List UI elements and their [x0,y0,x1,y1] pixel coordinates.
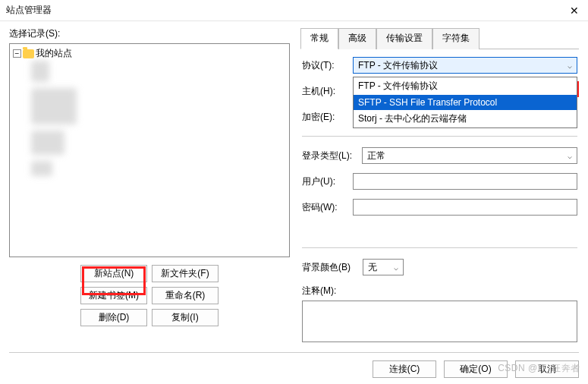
tab-bar: 常规 高级 传输设置 字符集 [300,27,579,49]
blurred-sites [31,61,77,176]
login-type-label: 登录类型(L): [302,150,359,162]
bgcolor-select[interactable]: 无 ⌵ [363,259,404,275]
window-title: 站点管理器 [6,4,567,17]
user-input[interactable] [353,173,577,190]
protocol-dropdown[interactable]: FTP - 文件传输协议 SFTP - SSH File Transfer Pr… [353,77,577,128]
chevron-down-icon: ⌵ [568,61,572,70]
delete-button[interactable]: 删除(D) [80,309,147,326]
titlebar: 站点管理器 ✕ [0,0,588,21]
comment-label: 注释(M): [302,285,350,297]
rename-button[interactable]: 重命名(R) [152,287,219,304]
bgcolor-value: 无 [368,261,377,274]
tab-charset[interactable]: 字符集 [432,28,480,49]
password-label: 密码(W): [302,201,350,214]
collapse-icon[interactable]: − [13,49,21,58]
separator [302,247,577,248]
select-record-label: 选择记录(S): [9,27,290,40]
password-input[interactable] [353,199,577,216]
protocol-value: FTP - 文件传输协议 [358,59,438,72]
encrypt-label: 加密(E): [302,111,350,124]
new-folder-button[interactable]: 新文件夹(F) [152,265,219,282]
protocol-select[interactable]: FTP - 文件传输协议 ⌵ [353,57,577,74]
tab-general[interactable]: 常规 [300,28,338,49]
comment-textarea[interactable] [302,301,577,342]
chevron-down-icon: ⌵ [394,263,398,272]
tab-advanced[interactable]: 高级 [338,28,376,49]
cancel-button[interactable]: 取消 [515,360,579,378]
user-label: 用户(U): [302,175,350,188]
tab-transfer[interactable]: 传输设置 [376,28,432,49]
ok-button[interactable]: 确定(O) [444,360,508,378]
folder-icon [23,49,34,58]
site-tree[interactable]: − 我的站点 [9,43,290,257]
connect-button[interactable]: 连接(C) [373,360,436,378]
new-bookmark-button[interactable]: 新建书签(M) [80,287,147,304]
login-type-value: 正常 [367,150,385,162]
dialog-footer: 连接(C) 确定(O) 取消 [9,352,579,378]
tree-root-label: 我的站点 [36,47,72,60]
tree-root[interactable]: − 我的站点 [13,47,286,60]
chevron-down-icon: ⌵ [568,152,572,160]
host-label: 主机(H): [302,85,350,98]
close-icon[interactable]: ✕ [567,5,582,17]
new-site-button[interactable]: 新站点(N) [80,265,147,282]
copy-button[interactable]: 复制(I) [152,309,219,326]
dropdown-item[interactable]: SFTP - SSH File Transfer Protocol [354,95,577,110]
separator [302,136,577,137]
login-type-select[interactable]: 正常 ⌵ [362,147,577,164]
protocol-label: 协议(T): [302,59,350,72]
bgcolor-label: 背景颜色(B) [302,261,360,274]
dropdown-item[interactable]: FTP - 文件传输协议 [354,77,577,95]
dropdown-item[interactable]: Storj - 去中心化的云端存储 [354,110,577,127]
